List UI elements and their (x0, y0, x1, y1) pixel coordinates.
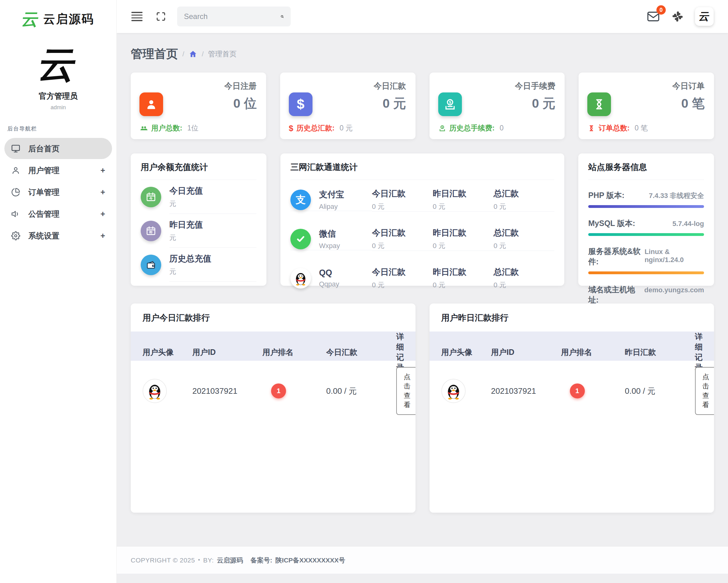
pie-chart-icon (11, 188, 20, 197)
server-label: MySQL 版本: (588, 218, 635, 228)
stat-footer-value: 1位 (187, 123, 199, 133)
sidebar-item-label: 后台首页 (28, 144, 59, 154)
mail-badge: 0 (656, 5, 666, 15)
qq-penguin-icon (444, 381, 464, 401)
home-icon[interactable] (189, 50, 197, 58)
channels-card: 三网汇款通道统计 支 支付宝 Alipay 今日汇款 0 元 昨日 (281, 153, 564, 286)
stat-footer-label: 用户总数: (151, 123, 182, 133)
mail-button[interactable]: 0 (646, 10, 660, 23)
user-id-cell: 2021037921 (491, 386, 561, 396)
stat-footer-value: 0 笔 (634, 123, 648, 133)
sidebar-item-label: 系统设置 (28, 231, 59, 241)
channel-name-block: 微信 Wxpay (290, 228, 372, 250)
search-input[interactable] (184, 12, 281, 21)
channel-metric: 今日汇款 0 元 (372, 267, 433, 290)
table-header: 用户头像 用户ID 用户排名 昨日汇款 详细记录 (430, 331, 714, 361)
hamburger-menu-button[interactable] (131, 12, 143, 21)
avatar-cloud-glyph: 云 (698, 9, 711, 24)
stat-card-registrations: 今日注册 0 位 用户总数: 1位 (131, 73, 266, 139)
sidebar-item-label: 订单管理 (28, 187, 59, 197)
col-header: 用户ID (192, 347, 262, 357)
stat-title: 今日手续费 (515, 81, 555, 92)
amount-cell: 0.00 / 元 (326, 386, 396, 397)
alipay-icon: 支 (290, 189, 311, 210)
coin-deposit-tile-icon: $ (438, 93, 462, 116)
search-box (177, 6, 291, 26)
server-row-os: 服务器系统&软件: Linux & nginx/1.24.0 (588, 246, 704, 274)
breadcrumb: 管理首页 / / 管理首页 (131, 46, 714, 62)
view-details-button[interactable]: 点击查看 (695, 367, 714, 415)
recharge-stats-card: 用户余额充值统计 今 今日充值 元 昨 昨日充值 (131, 153, 266, 286)
metric-label: 总汇款 (494, 188, 554, 199)
footer-icp-value: 陕ICP备XXXXXXXXX号 (276, 556, 345, 565)
hourglass-tile-icon (587, 93, 611, 116)
svg-text:$: $ (449, 100, 451, 105)
users-group-icon (139, 124, 148, 133)
sidebar-item-home[interactable]: 后台首页 (4, 138, 112, 159)
apps-button[interactable] (671, 10, 684, 23)
dollar-tile-icon: $ (289, 93, 312, 116)
view-details-button[interactable]: 点击查看 (396, 367, 416, 415)
hourglass-mini-icon (587, 124, 595, 132)
channel-name: 支付宝 (319, 189, 344, 200)
middle-row: 用户余额充值统计 今 今日充值 元 昨 昨日充值 (131, 153, 714, 286)
table-row: 2021037921 1 0.00 / 元 点击查看 (131, 361, 416, 421)
recharge-label: 昨日充值 (169, 219, 257, 230)
brand-name: 云启源码 (43, 11, 94, 27)
channel-metric: 昨日汇款 0 元 (433, 188, 493, 212)
search-icon[interactable] (281, 12, 284, 21)
sidebar-item-announcements[interactable]: 公告管理 + (4, 203, 112, 224)
stat-footer: 用户总数: 1位 (139, 123, 198, 133)
stat-value: 0 位 (233, 95, 257, 112)
channel-row-wechat: 微信 Wxpay 今日汇款 0 元 昨日汇款 0 元 总汇款 0 元 (290, 227, 554, 258)
sidebar-item-label: 公告管理 (28, 209, 59, 219)
col-header: 用户排名 (561, 347, 625, 357)
wallet-icon (141, 255, 161, 275)
user-icon (11, 166, 20, 175)
sidebar-item-users[interactable]: 用户管理 + (4, 160, 112, 181)
stat-value: 0 元 (532, 95, 555, 112)
stat-footer-label: 历史总手续费: (449, 123, 495, 133)
recharge-row-yesterday: 昨 昨日充值 元 (141, 214, 257, 248)
brand-logo[interactable]: 云 云启源码 (0, 0, 116, 27)
row-avatar (441, 379, 466, 403)
stat-title: 今日汇款 (374, 81, 406, 92)
topbar-right: 0 云 (646, 7, 714, 26)
recharge-row-today: 今 今日充值 元 (141, 180, 257, 214)
page-title: 管理首页 (131, 46, 178, 62)
fullscreen-button[interactable] (156, 11, 166, 22)
wechat-pay-icon (290, 229, 311, 249)
channel-metric: 总汇款 0 元 (494, 227, 554, 251)
brand-cloud-icon: 云 (21, 10, 41, 27)
channel-metric: 今日汇款 0 元 (372, 188, 433, 212)
nav-section-label: 后台导航栏 (7, 125, 116, 132)
col-header: 用户头像 (142, 347, 192, 357)
expand-plus-icon[interactable]: + (101, 187, 105, 197)
server-row-mysql: MySQL 版本: 5.7.44-log (588, 218, 704, 236)
channel-sub: Wxpay (319, 242, 340, 250)
channel-sub: Alipay (319, 203, 344, 211)
table-title: 用户今日汇款排行 (131, 312, 416, 331)
metric-value: 0 元 (494, 241, 554, 251)
metric-label: 昨日汇款 (433, 267, 493, 278)
user-avatar[interactable]: 云 (695, 7, 714, 26)
os-bar (588, 272, 704, 274)
col-header: 用户ID (491, 347, 561, 357)
metric-value: 0 元 (372, 280, 433, 290)
expand-plus-icon[interactable]: + (101, 209, 105, 219)
stat-title: 今日注册 (225, 81, 257, 92)
mysql-bar (588, 233, 704, 236)
expand-plus-icon[interactable]: + (101, 231, 105, 240)
breadcrumb-current[interactable]: 管理首页 (208, 49, 237, 59)
user-id-cell: 2021037921 (192, 386, 262, 396)
content: 管理首页 / / 管理首页 今日注册 0 位 用户总数: 1位 今日 (117, 46, 728, 513)
user-tile-icon (139, 93, 163, 116)
footer-brand: 云启源码 (217, 556, 243, 565)
channel-row-qq: QQ Qqpay 今日汇款 0 元 昨日汇款 0 元 总汇款 0 元 (290, 267, 554, 297)
sidebar-item-settings[interactable]: 系统设置 + (4, 225, 112, 246)
expand-plus-icon[interactable]: + (101, 166, 105, 175)
breadcrumb-separator: / (182, 50, 184, 58)
sidebar-item-orders[interactable]: 订单管理 + (4, 181, 112, 203)
gear-icon (11, 231, 20, 240)
stat-footer: 订单总数: 0 笔 (587, 123, 648, 133)
